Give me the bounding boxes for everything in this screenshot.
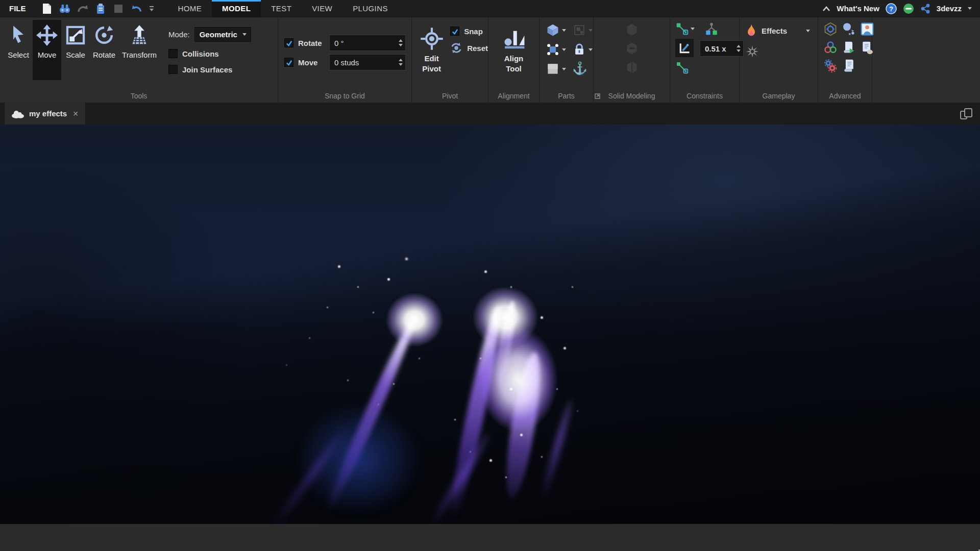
snap-rotate-value: 0 °	[334, 39, 344, 47]
svg-text:?: ?	[889, 5, 893, 13]
avatar-importer-icon[interactable]	[860, 22, 875, 36]
alignment-section-label: Alignment	[488, 92, 539, 100]
select-tool-button[interactable]: Select	[4, 20, 33, 80]
edit-pivot-button[interactable]: Edit Pivot	[416, 22, 447, 83]
game-settings-icon[interactable]	[823, 22, 839, 36]
parts-section-label: Parts	[540, 92, 593, 100]
snap-rotate-input[interactable]: 0 °	[329, 35, 406, 51]
lock-caret-icon	[589, 48, 593, 51]
snap-move-input[interactable]: 0 studs	[329, 54, 406, 70]
mode-label: Mode:	[168, 30, 190, 39]
menu-tab-view[interactable]: VIEW	[302, 0, 342, 17]
pivot-reset-icon	[450, 42, 462, 54]
collaborate-gears-icon[interactable]	[823, 59, 839, 73]
whats-new-link[interactable]: What's New	[837, 4, 879, 13]
constraint-hierarchy-icon[interactable]	[704, 22, 744, 36]
color-button[interactable]	[546, 62, 566, 76]
3d-viewport[interactable]	[0, 124, 980, 524]
parts-dialog-launcher-icon[interactable]	[595, 93, 600, 99]
select-cursor-icon	[8, 24, 29, 46]
collapse-ribbon-icon[interactable]	[822, 6, 830, 12]
menu-tab-home[interactable]: HOME	[168, 0, 212, 17]
spawn-icon[interactable]	[746, 45, 759, 58]
save-icon	[113, 3, 124, 14]
status-indicator-icon[interactable]	[903, 3, 914, 14]
ribbon-section-advanced: Advanced	[818, 17, 872, 103]
pivot-snap-checkbox[interactable]	[450, 27, 459, 36]
edit-pivot-label-1: Edit	[424, 54, 438, 63]
align-tool-button[interactable]: Align Tool	[496, 22, 532, 83]
snap-move-label: Move	[298, 58, 325, 67]
transform-icon	[129, 24, 150, 46]
align-tool-icon	[502, 27, 526, 51]
part-insert-button[interactable]	[546, 23, 566, 37]
snap-move-spinner[interactable]	[399, 55, 403, 70]
resize-grip[interactable]	[975, 546, 977, 548]
ribbon-section-snap-to-grid: Rotate 0 ° Move 0 studs	[278, 17, 412, 103]
undo-icon[interactable]	[131, 3, 142, 14]
edit-pivot-icon	[420, 27, 444, 51]
transform-tool-button[interactable]: Transform	[118, 20, 160, 80]
open-find-icon[interactable]	[59, 3, 70, 14]
file-menu-button[interactable]: FILE	[0, 0, 35, 17]
move-tool-button[interactable]: Move	[33, 20, 61, 80]
move-tool-label: Move	[38, 51, 57, 59]
ribbon-section-parts: ⚓ Parts	[540, 17, 594, 103]
script-icon[interactable]	[842, 59, 857, 73]
move-arrows-icon	[36, 24, 58, 46]
service-rings-icon[interactable]	[823, 40, 839, 55]
share-icon[interactable]	[920, 4, 930, 14]
paste-icon[interactable]	[95, 3, 106, 14]
effects-button[interactable]: Effects	[746, 23, 818, 38]
snap-rotate-label: Rotate	[298, 39, 325, 47]
lock-button[interactable]	[572, 42, 593, 57]
document-tab-my-effects[interactable]: my effects ✕	[5, 103, 85, 124]
anchor-icon: ⚓	[572, 62, 585, 75]
username-menu[interactable]: 3devzz	[937, 4, 962, 13]
weld-constraint-icon[interactable]	[675, 61, 695, 74]
group-button	[572, 23, 593, 37]
join-surfaces-checkbox[interactable]	[168, 65, 178, 74]
snap-rotate-spinner[interactable]	[399, 35, 403, 51]
menu-tab-test[interactable]: TEST	[261, 0, 302, 17]
scale-tool-button[interactable]: Scale	[61, 20, 90, 80]
color-swatch-icon	[546, 62, 560, 76]
document-tab-label: my effects	[29, 109, 67, 118]
pivot-reset-button[interactable]: Reset	[450, 42, 488, 54]
anchor-button[interactable]: ⚓	[572, 62, 593, 75]
material-caret-icon	[562, 48, 566, 51]
menu-tab-plugins[interactable]: PLUGINS	[342, 0, 398, 17]
new-file-icon[interactable]	[41, 3, 53, 14]
username-caret-icon[interactable]	[968, 7, 972, 10]
group-icon	[572, 23, 586, 37]
close-tab-icon[interactable]: ✕	[72, 110, 79, 118]
snap-move-checkbox[interactable]	[284, 58, 293, 67]
float-window-icon[interactable]	[960, 108, 973, 120]
menu-bar-right: What's New ? 3devzz	[822, 0, 980, 17]
align-tool-label-1: Align	[504, 54, 524, 63]
run-script-icon[interactable]	[842, 40, 857, 55]
material-button[interactable]	[546, 42, 566, 57]
script-permissions-icon[interactable]	[860, 40, 875, 55]
constraint-details-toggle[interactable]	[675, 39, 694, 57]
particle-emitter-icon[interactable]	[842, 22, 857, 36]
create-constraint-button[interactable]	[675, 22, 695, 35]
mode-caret-icon	[242, 33, 247, 36]
cloud-icon	[11, 109, 24, 118]
constraint-scale-input[interactable]: 0.51 x	[700, 40, 744, 57]
mode-dropdown[interactable]: Geometric	[194, 27, 251, 42]
negate-icon	[625, 41, 639, 56]
snap-rotate-checkbox[interactable]	[284, 38, 293, 47]
rotate-tool-button[interactable]: Rotate	[90, 20, 118, 80]
collisions-label: Collisions	[182, 49, 219, 58]
ribbon-section-solid-modeling: Solid Modeling	[594, 17, 670, 103]
constraints-section-label: Constraints	[670, 92, 739, 100]
menu-tab-model[interactable]: MODEL	[212, 0, 261, 17]
undo-history-caret-icon[interactable]	[149, 3, 155, 14]
redo-icon	[77, 3, 88, 14]
help-icon[interactable]: ?	[886, 3, 897, 14]
solid-modeling-section-label: Solid Modeling	[594, 92, 670, 100]
collisions-checkbox[interactable]	[168, 49, 178, 58]
rotate-icon	[94, 24, 114, 46]
snap-section-label: Snap to Grid	[278, 92, 411, 100]
